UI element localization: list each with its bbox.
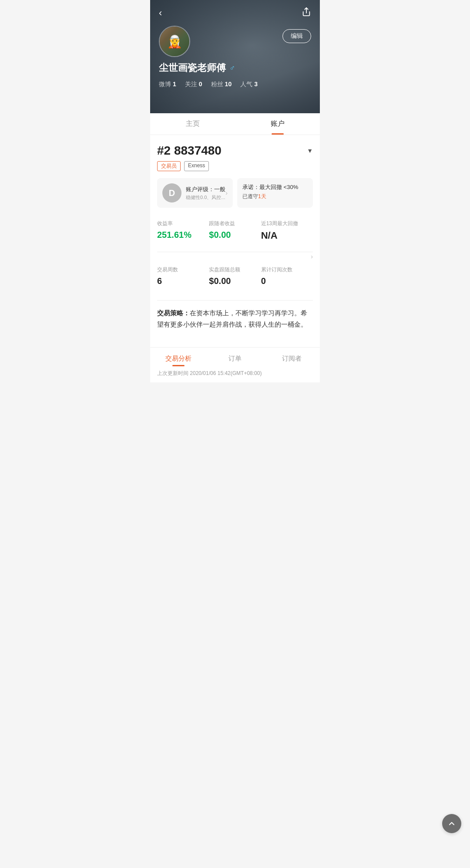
grade-circle: D xyxy=(162,183,181,203)
banner-top-bar: ‹ xyxy=(150,0,320,19)
stat-fans-label: 粉丝 xyxy=(211,81,223,88)
tags-row: 交易员 Exness xyxy=(157,161,313,171)
account-number: #2 8837480 xyxy=(157,144,222,158)
promise-card-content: 承诺：最大回撤 <30% 已遵守1天 xyxy=(242,183,308,200)
follower-profit-label: 跟随者收益 xyxy=(209,220,261,227)
stat-weibo[interactable]: 微博 1 xyxy=(159,81,176,88)
stat-popularity[interactable]: 人气 3 xyxy=(240,81,258,88)
promise-days: 1天 xyxy=(258,193,266,199)
grade-subtitle: 稳健性0.0、风控... xyxy=(186,194,225,201)
profile-banner: ‹ 🧝 编辑 尘世画瓷老师傅 ♂ 微博 1 关注 0 粉丝 10 xyxy=(150,0,320,113)
metrics-row2: 交易周数 6 实盘跟随总额 $0.00 累计订阅次数 0 xyxy=(157,256,313,297)
tab-subscribers[interactable]: 订阅者 xyxy=(263,348,320,366)
stat-weibo-value: 1 xyxy=(173,81,176,88)
stat-fans-value: 10 xyxy=(225,81,232,88)
return-rate-value: 251.61% xyxy=(157,230,209,240)
metrics-section: 收益率 251.61% 跟随者收益 $0.00 近13周最大回撤 N/A › 交… xyxy=(157,216,313,297)
edit-button[interactable]: 编辑 xyxy=(282,29,311,43)
gender-icon: ♂ xyxy=(229,64,235,73)
grade-title: 账户评级：一般 xyxy=(186,186,225,193)
grade-card-left: D 账户评级：一般 稳健性0.0、风控... xyxy=(162,183,228,203)
promise-status: 已遵守1天 xyxy=(242,193,308,200)
tab-orders[interactable]: 订单 xyxy=(207,348,263,366)
stat-weibo-label: 微博 xyxy=(159,81,171,88)
metrics-row1: 收益率 251.61% 跟随者收益 $0.00 近13周最大回撤 N/A xyxy=(157,216,313,252)
stat-popularity-label: 人气 xyxy=(240,81,252,88)
avatar: 🧝 xyxy=(159,26,190,57)
tab-bar: 主页 账户 xyxy=(150,113,320,135)
trade-weeks-value: 6 xyxy=(157,276,209,286)
subscribe-count-label: 累计订阅次数 xyxy=(261,266,313,274)
metric-follower-profit: 跟随者收益 $0.00 xyxy=(209,216,261,245)
follower-profit-value: $0.00 xyxy=(209,230,261,240)
return-rate-label: 收益率 xyxy=(157,220,209,227)
back-button[interactable]: ‹ xyxy=(159,8,162,18)
tab-trade-analysis[interactable]: 交易分析 xyxy=(150,348,207,366)
metric-trade-weeks: 交易周数 6 xyxy=(157,263,209,290)
profile-stats-row: 微博 1 关注 0 粉丝 10 人气 3 xyxy=(150,74,320,95)
tab-homepage[interactable]: 主页 xyxy=(150,113,235,135)
dropdown-icon[interactable]: ▼ xyxy=(307,147,313,154)
stat-follow-label: 关注 xyxy=(185,81,197,88)
stat-follow[interactable]: 关注 0 xyxy=(185,81,202,88)
stat-fans[interactable]: 粉丝 10 xyxy=(211,81,232,88)
avatar-image: 🧝 xyxy=(160,27,189,56)
copy-amount-label: 实盘跟随总额 xyxy=(209,266,261,274)
info-cards: D 账户评级：一般 稳健性0.0、风控... › 承诺：最大回撤 <30% 已遵… xyxy=(157,178,313,208)
update-time: 上次更新时间 2020/01/06 15:42(GMT+08:00) xyxy=(150,366,320,382)
username: 尘世画瓷老师傅 xyxy=(159,61,226,74)
bottom-tabs: 交易分析 订单 订阅者 xyxy=(150,347,320,366)
metrics-chevron[interactable]: › xyxy=(311,253,313,260)
grade-card[interactable]: D 账户评级：一般 稳健性0.0、风控... › xyxy=(157,178,233,208)
metric-return-rate: 收益率 251.61% xyxy=(157,216,209,245)
metric-subscribe-count: 累计订阅次数 0 xyxy=(261,263,313,290)
grade-card-text: 账户评级：一般 稳健性0.0、风控... xyxy=(186,186,225,201)
share-button[interactable] xyxy=(302,7,311,19)
grade-card-arrow: › xyxy=(225,189,228,196)
subscribe-count-value: 0 xyxy=(261,276,313,286)
promise-title: 承诺：最大回撤 <30% xyxy=(242,183,308,191)
promise-card: 承诺：最大回撤 <30% 已遵守1天 xyxy=(237,178,313,208)
strategy-label: 交易策略： xyxy=(157,309,190,317)
metric-copy-amount: 实盘跟随总额 $0.00 xyxy=(209,263,261,290)
max-drawdown-value: N/A xyxy=(261,230,313,241)
trade-weeks-label: 交易周数 xyxy=(157,266,209,274)
copy-amount-value: $0.00 xyxy=(209,276,261,286)
profile-info: 🧝 编辑 xyxy=(150,19,320,57)
tag-trader: 交易员 xyxy=(157,161,181,171)
tab-account[interactable]: 账户 xyxy=(235,113,320,135)
account-header: #2 8837480 ▼ xyxy=(157,144,313,158)
username-row: 尘世画瓷老师傅 ♂ xyxy=(150,57,320,74)
promise-status-prefix: 已遵守 xyxy=(242,193,258,199)
metric-max-drawdown: 近13周最大回撤 N/A xyxy=(261,216,313,245)
max-drawdown-label: 近13周最大回撤 xyxy=(261,220,313,227)
tag-broker: Exness xyxy=(184,161,209,171)
stat-popularity-value: 3 xyxy=(254,81,258,88)
main-content: #2 8837480 ▼ 交易员 Exness D 账户评级：一般 稳健性0.0… xyxy=(150,135,320,347)
stat-follow-value: 0 xyxy=(199,81,202,88)
strategy-section: 交易策略：在资本市场上，不断学习学习再学习。希望有更多小伙伴一起并肩作战，获得人… xyxy=(157,300,313,338)
